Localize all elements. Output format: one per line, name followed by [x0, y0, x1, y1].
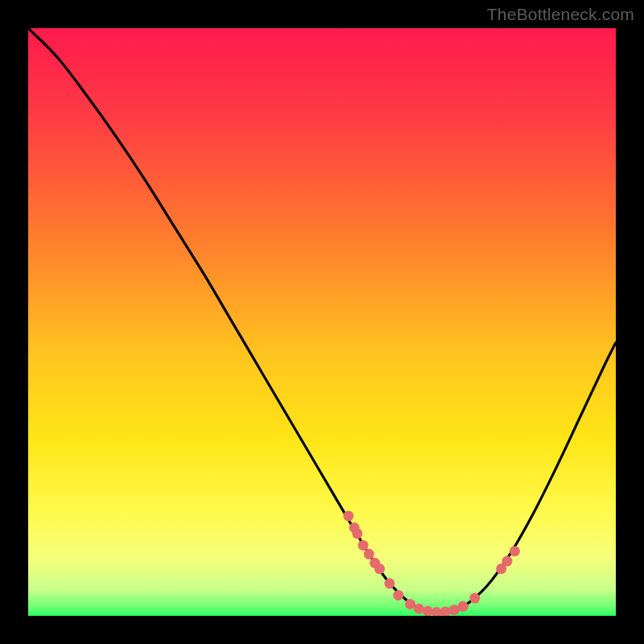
plot-area — [28, 28, 616, 616]
marker-dot — [374, 564, 385, 574]
marker-dot — [458, 601, 469, 612]
chart-frame — [28, 28, 616, 616]
marker-dot — [440, 606, 451, 616]
marker-dot — [358, 540, 369, 551]
marker-dot — [502, 556, 512, 567]
marker-dot — [414, 604, 424, 614]
marker-dot — [343, 510, 353, 521]
attribution-text: TheBottleneck.com — [487, 5, 634, 24]
marker-dot — [393, 590, 403, 601]
curve-layer — [28, 28, 616, 616]
marker-dot — [510, 546, 520, 556]
marker-dot — [352, 528, 362, 539]
marker-dot — [405, 599, 415, 609]
marker-dot — [364, 549, 374, 559]
marker-dot — [384, 578, 394, 588]
bottleneck-curve — [28, 28, 616, 613]
curve-markers — [343, 510, 520, 616]
marker-dot — [423, 606, 433, 616]
marker-dot — [469, 593, 480, 604]
